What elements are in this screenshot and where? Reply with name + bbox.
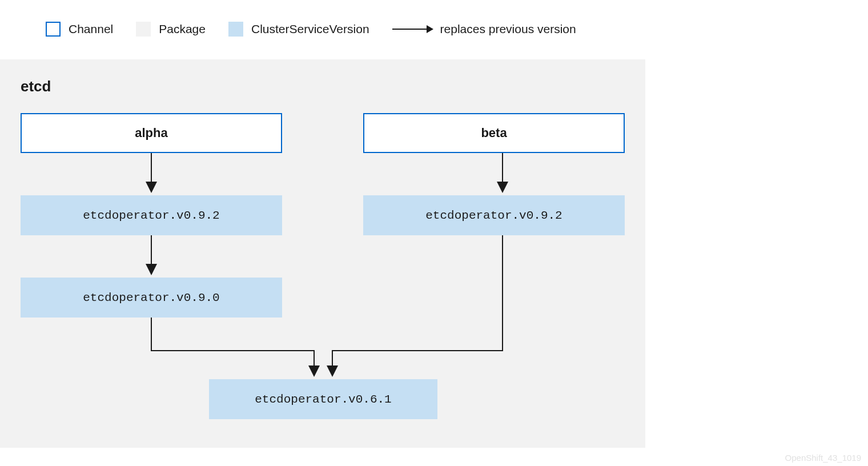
legend-item-replaces: replaces previous version xyxy=(392,22,576,36)
csv-beta-1-label: etcdoperator.v0.9.2 xyxy=(425,209,562,222)
csv-alpha-1-label: etcdoperator.v0.9.2 xyxy=(83,209,219,222)
csv-shared-label: etcdoperator.v0.6.1 xyxy=(255,393,391,406)
legend-item-csv: ClusterServiceVersion xyxy=(228,22,369,37)
csv-shared: etcdoperator.v0.6.1 xyxy=(209,379,437,419)
arrow-icon xyxy=(392,29,432,30)
channel-beta: beta xyxy=(363,113,625,153)
channel-alpha: alpha xyxy=(21,113,282,153)
legend-item-channel: Channel xyxy=(46,22,113,37)
package-title: etcd xyxy=(21,78,625,95)
watermark: OpenShift_43_1019 xyxy=(785,453,861,463)
legend-label-package: Package xyxy=(159,22,206,36)
channel-beta-label: beta xyxy=(481,126,507,140)
csv-alpha-2: etcdoperator.v0.9.0 xyxy=(21,278,282,318)
legend-label-channel: Channel xyxy=(69,22,113,36)
channel-swatch xyxy=(46,22,61,37)
channel-alpha-label: alpha xyxy=(135,126,167,140)
csv-swatch xyxy=(228,22,243,37)
csv-alpha-1: etcdoperator.v0.9.2 xyxy=(21,195,282,235)
package-container: etcd alpha etcdoperator.v0.9.2 etcdopera… xyxy=(0,59,645,448)
legend-label-replaces: replaces previous version xyxy=(440,22,576,36)
csv-alpha-2-label: etcdoperator.v0.9.0 xyxy=(83,291,219,304)
package-swatch xyxy=(136,22,151,37)
legend-item-package: Package xyxy=(136,22,206,37)
csv-beta-1: etcdoperator.v0.9.2 xyxy=(363,195,625,235)
legend: Channel Package ClusterServiceVersion re… xyxy=(0,0,868,37)
legend-label-csv: ClusterServiceVersion xyxy=(251,22,369,36)
